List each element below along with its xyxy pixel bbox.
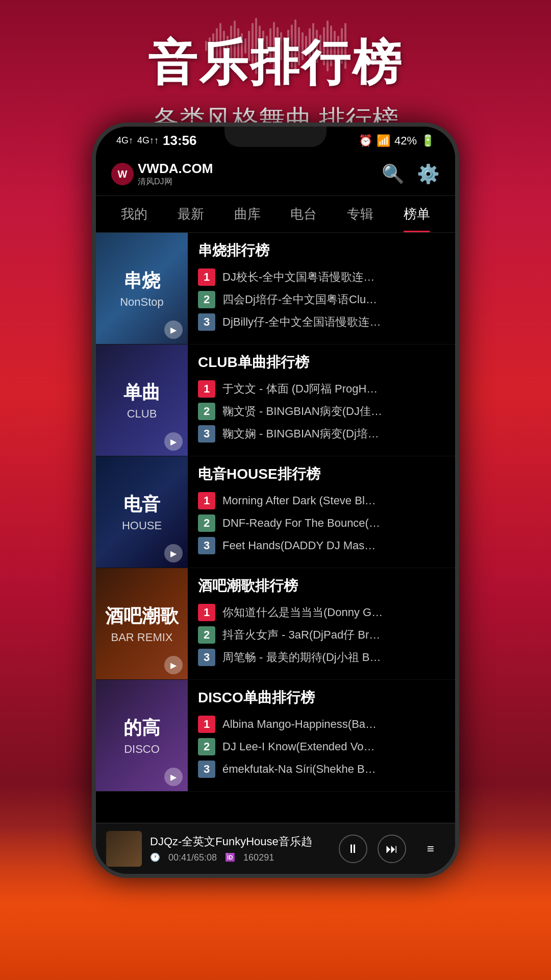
signal-icon-1: 4G↑ [116, 135, 133, 146]
settings-icon[interactable]: ⚙️ [417, 163, 440, 185]
rank-badge-1: 1 [198, 604, 215, 621]
logo-area: W VWDA.COM 清风DJ网 [111, 161, 213, 187]
chart-thumbnail-5[interactable]: 的高DISCO▶ [96, 680, 188, 791]
chart-track[interactable]: 3Feet Hands(DADDY DJ Mas… [198, 537, 445, 554]
signal-icon-2: 4G↑↑ [137, 135, 159, 146]
rank-badge-2: 2 [198, 291, 215, 308]
chart-thumb-subtitle-5: DISCO [124, 743, 160, 756]
rank-badge-3: 3 [198, 537, 215, 554]
chart-thumb-subtitle-3: HOUSE [122, 519, 162, 532]
track-name: 四会Dj培仔-全中文国粤语Clu… [222, 292, 377, 307]
chart-thumb-title-3: 电音 [123, 492, 160, 517]
chart-track[interactable]: 2四会Dj培仔-全中文国粤语Clu… [198, 291, 445, 308]
player-thumbnail[interactable] [106, 831, 142, 867]
nav-tabs: 我的 最新 曲库 电台 专辑 榜单 [96, 196, 455, 233]
chart-info-4: 酒吧潮歌排行榜1你知道什么是当当当(Donny G…2抖音火女声 - 3aR(D… [188, 568, 455, 679]
chart-thumb-title-5: 的高 [123, 716, 160, 741]
alarm-icon: ⏰ [359, 134, 372, 148]
pause-button[interactable]: ⏸ [339, 835, 367, 863]
chart-track[interactable]: 2DJ Lee-I Know(Extended Vo… [198, 738, 445, 755]
tab-latest[interactable]: 最新 [178, 196, 204, 232]
search-icon[interactable]: 🔍 [382, 163, 405, 185]
track-name: DJ校长-全中文国粤语慢歌连… [222, 270, 374, 285]
chart-thumb-subtitle-4: BAR REMIX [111, 631, 172, 644]
chart-section-5[interactable]: 的高DISCO▶DISCO单曲排行榜1Albina Mango-Happines… [96, 680, 455, 792]
rank-badge-1: 1 [198, 380, 215, 398]
track-name: 抖音火女声 - 3aR(DjPad仔 Br… [222, 627, 380, 643]
clock-icon: 🕐 [150, 852, 160, 863]
app-header: W VWDA.COM 清风DJ网 🔍 ⚙️ [96, 153, 455, 196]
chart-track[interactable]: 1DJ校长-全中文国粤语慢歌连… [198, 268, 445, 286]
chart-section-4[interactable]: 酒吧潮歌BAR REMIX▶酒吧潮歌排行榜1你知道什么是当当当(Donny G…… [96, 568, 455, 680]
track-name: 鞠文娴 - BINGBIAN病变(Dj培… [222, 426, 379, 442]
track-name: DJ Lee-I Know(Extended Vo… [222, 740, 374, 753]
chart-track[interactable]: 3周笔畅 - 最美的期待(Dj小祖 B… [198, 649, 445, 666]
chart-thumb-subtitle-2: CLUB [127, 407, 157, 421]
chart-track[interactable]: 1Albina Mango-Happiness(Ba… [198, 716, 445, 733]
status-time: 13:56 [163, 133, 197, 149]
battery-status: 42% [394, 134, 417, 148]
phone-notch [224, 127, 327, 147]
track-name: Albina Mango-Happiness(Ba… [222, 718, 377, 731]
playlist-button[interactable]: ≡ [416, 835, 445, 863]
tab-album[interactable]: 专辑 [347, 196, 373, 232]
next-button[interactable]: ⏭ [378, 835, 406, 863]
logo-icon: W [111, 163, 134, 185]
chart-section-1[interactable]: 串烧NonStop▶串烧排行榜1DJ校长-全中文国粤语慢歌连…2四会Dj培仔-全… [96, 233, 455, 345]
player-id: 160291 [243, 852, 274, 863]
chart-info-2: CLUB单曲排行榜1于文文 - 体面 (DJ阿福 ProgH…2鞠文贤 - BI… [188, 345, 455, 456]
chart-play-btn-3[interactable]: ▶ [164, 544, 183, 562]
rank-badge-2: 2 [198, 738, 215, 755]
chart-play-btn-2[interactable]: ▶ [164, 432, 183, 451]
rank-badge-2: 2 [198, 626, 215, 644]
chart-play-btn-4[interactable]: ▶ [164, 656, 183, 674]
chart-play-btn-5[interactable]: ▶ [164, 768, 183, 786]
rank-badge-3: 3 [198, 649, 215, 666]
track-name: DNF-Ready For The Bounce(… [222, 517, 380, 530]
chart-play-btn-1[interactable]: ▶ [164, 321, 183, 339]
chart-info-3: 电音HOUSE排行榜1Morning After Dark (Steve Bl…… [188, 456, 455, 568]
chart-thumbnail-4[interactable]: 酒吧潮歌BAR REMIX▶ [96, 568, 188, 679]
header-icons: 🔍 ⚙️ [382, 163, 440, 185]
chart-track[interactable]: 3鞠文娴 - BINGBIAN病变(Dj培… [198, 425, 445, 443]
chart-section-2[interactable]: 单曲CLUB▶CLUB单曲排行榜1于文文 - 体面 (DJ阿福 ProgH…2鞠… [96, 345, 455, 456]
chart-title-4: 酒吧潮歌排行榜 [198, 576, 445, 596]
chart-thumbnail-2[interactable]: 单曲CLUB▶ [96, 345, 188, 456]
track-name: 于文文 - 体面 (DJ阿福 ProgH… [222, 381, 378, 397]
tab-charts[interactable]: 榜单 [404, 196, 430, 232]
player-meta: 🕐 00:41/65:08 🆔 160291 [150, 852, 331, 863]
chart-track[interactable]: 3DjBilly仔-全中文全国语慢歌连… [198, 313, 445, 331]
chart-thumbnail-1[interactable]: 串烧NonStop▶ [96, 233, 188, 344]
chart-thumbnail-3[interactable]: 电音HOUSE▶ [96, 456, 188, 568]
logo-text: VWDA.COM [138, 161, 213, 177]
chart-track[interactable]: 2鞠文贤 - BINGBIAN病变(DJ佳… [198, 403, 445, 420]
chart-track[interactable]: 1你知道什么是当当当(Donny G… [198, 604, 445, 621]
rank-badge-3: 3 [198, 313, 215, 331]
track-name: 鞠文贤 - BINGBIAN病变(DJ佳… [222, 404, 382, 419]
chart-info-5: DISCO单曲排行榜1Albina Mango-Happiness(Ba…2DJ… [188, 680, 455, 791]
track-name: DjBilly仔-全中文全国语慢歌连… [222, 314, 381, 330]
chart-info-1: 串烧排行榜1DJ校长-全中文国粤语慢歌连…2四会Dj培仔-全中文国粤语Clu…3… [188, 233, 455, 344]
logo-subtitle: 清风DJ网 [138, 177, 213, 187]
rank-badge-2: 2 [198, 403, 215, 420]
chart-track[interactable]: 3émekfutak-Na Síri(Shekhe B… [198, 761, 445, 778]
tab-radio[interactable]: 电台 [290, 196, 317, 232]
rank-badge-2: 2 [198, 514, 215, 532]
player-title: DJQz-全英文FunkyHouse音乐趋 [150, 834, 331, 849]
chart-track[interactable]: 1Morning After Dark (Steve Bl… [198, 492, 445, 509]
hero-section: 音乐排行榜 各类风格舞曲 排行榜 [0, 0, 551, 138]
chart-thumb-title-2: 单曲 [123, 380, 160, 405]
chart-track[interactable]: 2DNF-Ready For The Bounce(… [198, 514, 445, 532]
chart-section-3[interactable]: 电音HOUSE▶电音HOUSE排行榜1Morning After Dark (S… [96, 456, 455, 568]
chart-track[interactable]: 2抖音火女声 - 3aR(DjPad仔 Br… [198, 626, 445, 644]
content-area: 串烧NonStop▶串烧排行榜1DJ校长-全中文国粤语慢歌连…2四会Dj培仔-全… [96, 233, 455, 878]
hero-title: 音乐排行榜 [0, 31, 551, 97]
chart-thumb-title-4: 酒吧潮歌 [105, 604, 179, 629]
track-name: Morning After Dark (Steve Bl… [222, 494, 376, 507]
bottom-player: DJQz-全英文FunkyHouse音乐趋 🕐 00:41/65:08 🆔 16… [96, 823, 455, 874]
chart-track[interactable]: 1于文文 - 体面 (DJ阿福 ProgH… [198, 380, 445, 398]
chart-title-3: 电音HOUSE排行榜 [198, 464, 445, 484]
rank-badge-3: 3 [198, 761, 215, 778]
tab-library[interactable]: 曲库 [234, 196, 261, 232]
tab-mine[interactable]: 我的 [121, 196, 147, 232]
